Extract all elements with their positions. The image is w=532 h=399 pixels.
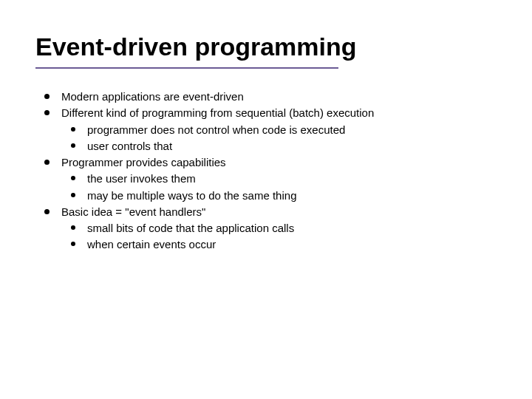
bullet-icon bbox=[71, 225, 75, 230]
sub-list: programmer does not control when code is… bbox=[44, 123, 497, 154]
list-item: programmer does not control when code is… bbox=[71, 123, 497, 137]
slide-title-text: Event-driven programming bbox=[35, 33, 357, 61]
slide-title: Event-driven programming bbox=[35, 33, 497, 69]
list-item: small bits of code that the application … bbox=[71, 221, 497, 236]
slide-content: Modern applications are event-driven Dif… bbox=[35, 89, 497, 253]
list-item-text: small bits of code that the application … bbox=[87, 221, 294, 236]
list-item-text: Basic idea = "event handlers" bbox=[61, 205, 205, 219]
list-item: Different kind of programming from seque… bbox=[44, 106, 497, 120]
list-item-text: programmer does not control when code is… bbox=[87, 123, 345, 137]
list-item-text: Different kind of programming from seque… bbox=[61, 106, 374, 120]
list-item-text: the user invokes them bbox=[87, 171, 196, 186]
list-item-text: user controls that bbox=[87, 139, 172, 154]
bullet-icon bbox=[71, 193, 75, 197]
sub-list: small bits of code that the application … bbox=[44, 221, 497, 253]
sub-list: the user invokes them may be multiple wa… bbox=[44, 171, 497, 203]
title-underline bbox=[35, 67, 338, 69]
list-item: Modern applications are event-driven bbox=[44, 89, 497, 104]
bullet-icon bbox=[44, 209, 50, 214]
bullet-icon bbox=[44, 94, 50, 99]
list-item: Programmer provides capabilities bbox=[44, 155, 497, 170]
list-item-text: may be multiple ways to do the same thin… bbox=[87, 188, 296, 203]
list-item: user controls that bbox=[71, 139, 497, 154]
bullet-icon bbox=[71, 176, 75, 180]
list-item: when certain events occur bbox=[71, 237, 497, 252]
bullet-icon bbox=[71, 127, 75, 132]
list-item-text: Programmer provides capabilities bbox=[61, 155, 226, 170]
bullet-icon bbox=[71, 242, 75, 246]
list-item: the user invokes them bbox=[71, 171, 497, 186]
list-item-text: Modern applications are event-driven bbox=[61, 89, 244, 104]
list-item-text: when certain events occur bbox=[87, 237, 216, 252]
list-item: Basic idea = "event handlers" bbox=[44, 205, 497, 219]
bullet-icon bbox=[44, 160, 50, 165]
bullet-icon bbox=[71, 143, 75, 148]
bullet-icon bbox=[44, 110, 50, 115]
list-item: may be multiple ways to do the same thin… bbox=[71, 188, 497, 203]
